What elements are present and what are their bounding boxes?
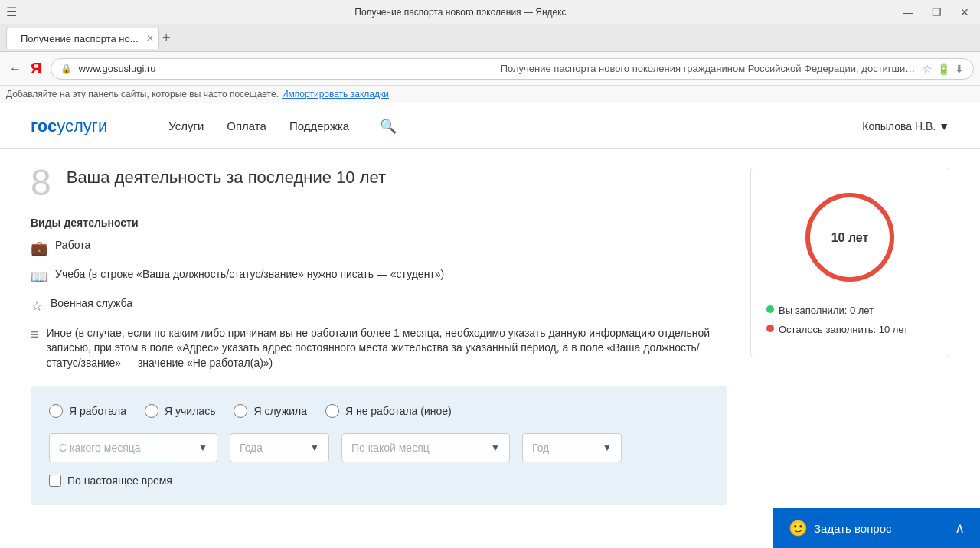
url-full-text: Получение паспорта нового поколения граж… xyxy=(501,63,916,74)
radio-not-worked-label: Я не работала (иное) xyxy=(345,405,452,417)
new-tab-button[interactable]: + xyxy=(162,30,171,46)
browser-titlebar: ☰ Получение паспорта нового поколения — … xyxy=(0,0,980,24)
remaining-dot xyxy=(766,325,774,332)
date-selects: С какого месяца ▼ Года ▼ По какой месяц … xyxy=(49,433,709,462)
radio-served-label: Я служила xyxy=(253,405,306,417)
present-checkbox-label[interactable]: По настоящее время xyxy=(67,475,172,487)
from-year-arrow: ▼ xyxy=(310,442,319,453)
ask-question-button[interactable]: 🙂 Задать вопрос ∧ xyxy=(773,508,980,524)
bookmarks-bar: Добавляйте на эту панель сайты, которые … xyxy=(0,86,980,103)
activity-item-study: 📖 Учеба (в строке «Ваша должность/статус… xyxy=(31,267,727,287)
progress-card: 10 лет Вы заполнили: 0 лет Осталось запо… xyxy=(750,168,949,357)
step-title: Ваша деятельность за последние 10 лет xyxy=(67,168,386,188)
close-button[interactable]: ✕ xyxy=(956,5,974,20)
circle-center-text: 10 лет xyxy=(831,231,869,244)
nav-services[interactable]: Услуги xyxy=(168,119,204,132)
user-menu[interactable]: Копылова Н.В. ▼ xyxy=(862,120,949,132)
radio-not-worked-input[interactable] xyxy=(325,404,339,418)
nav-payment[interactable]: Оплата xyxy=(227,119,266,132)
to-month-placeholder: По какой месяц xyxy=(351,442,485,454)
radio-worked-label: Я работала xyxy=(69,405,126,417)
activity-work-text: Работа xyxy=(55,238,90,253)
remaining-legend-item: Осталось заполнить: 10 лет xyxy=(766,322,933,338)
tab-close-button[interactable]: ✕ xyxy=(146,33,154,44)
activity-item-other: ≡ Иное (в случае, если по каким либо при… xyxy=(31,326,727,371)
to-year-arrow: ▼ xyxy=(603,442,612,453)
minimize-button[interactable]: — xyxy=(898,5,918,20)
activity-study-text: Учеба (в строке «Ваша должность/статус/з… xyxy=(55,267,444,282)
window-controls: — ❒ ✕ xyxy=(898,5,974,20)
military-icon: ☆ xyxy=(31,297,43,316)
circle-container: 10 лет xyxy=(766,184,933,291)
radio-studied-input[interactable] xyxy=(145,404,158,418)
to-month-select[interactable]: По какой месяц ▼ xyxy=(341,433,510,462)
activity-types-section: Виды деятельности 💼 Работа 📖 Учеба (в ст… xyxy=(31,217,727,370)
active-tab[interactable]: Получение паспорта но... ✕ xyxy=(6,28,159,49)
to-year-placeholder: Год xyxy=(532,442,596,454)
tab-title: Получение паспорта но... xyxy=(21,33,139,44)
site-header: госуслуги Услуги Оплата Поддержка 🔍 Копы… xyxy=(0,103,980,149)
ask-question-label: Задать вопрос xyxy=(814,522,891,524)
from-year-select[interactable]: Года ▼ xyxy=(230,433,329,462)
radio-studied-label: Я училась xyxy=(165,405,215,417)
radio-worked-input[interactable] xyxy=(49,404,63,418)
user-menu-arrow: ▼ xyxy=(939,120,949,132)
radio-worked[interactable]: Я работала xyxy=(49,404,126,418)
url-bar[interactable]: 🔒 www.gosuslugi.ru Получение паспорта но… xyxy=(51,58,974,80)
gosuslugi-logo[interactable]: госуслуги xyxy=(31,116,107,136)
browser-menu-icon[interactable]: ☰ xyxy=(6,5,17,19)
progress-circle: 10 лет xyxy=(796,184,903,291)
activity-other-text: Иное (в случае, если по каким либо причи… xyxy=(47,326,727,371)
filled-label: Вы заполнили: 0 лет xyxy=(779,303,874,319)
smile-icon: 🙂 xyxy=(789,519,808,524)
radio-served-input[interactable] xyxy=(234,404,247,418)
import-bookmarks-link[interactable]: Импортировать закладки xyxy=(282,89,389,99)
search-button[interactable]: 🔍 xyxy=(380,118,397,135)
from-month-arrow: ▼ xyxy=(198,442,207,453)
site-nav: Услуги Оплата Поддержка xyxy=(168,119,349,132)
radio-group: Я работала Я училась Я служила Я не рабо… xyxy=(49,404,709,418)
tab-bar: Получение паспорта но... ✕ + xyxy=(0,24,980,52)
activity-section-title: Виды деятельности xyxy=(31,217,727,229)
radio-served[interactable]: Я служила xyxy=(234,404,306,418)
restore-button[interactable]: ❒ xyxy=(927,5,946,20)
battery-icon: 🔋 xyxy=(937,63,950,75)
from-month-select[interactable]: С какого месяца ▼ xyxy=(49,433,217,462)
address-bar: ← Я 🔒 www.gosuslugi.ru Получение паспорт… xyxy=(0,52,980,86)
filled-legend-item: Вы заполнили: 0 лет xyxy=(766,303,933,319)
progress-legend: Вы заполнили: 0 лет Осталось заполнить: … xyxy=(766,303,933,338)
from-year-placeholder: Года xyxy=(240,442,304,454)
url-action-icons: ☆ 🔋 ⬇ xyxy=(923,63,964,75)
radio-not-worked[interactable]: Я не работала (иное) xyxy=(325,404,452,418)
url-domain: www.gosuslugi.ru xyxy=(78,63,494,74)
ask-left: 🙂 Задать вопрос xyxy=(789,519,891,524)
activity-item-work: 💼 Работа xyxy=(31,238,727,258)
to-year-select[interactable]: Год ▼ xyxy=(522,433,622,462)
back-button[interactable]: ← xyxy=(6,59,24,79)
radio-studied[interactable]: Я училась xyxy=(145,404,215,418)
expand-icon: ∧ xyxy=(955,520,965,524)
progress-panel: 10 лет Вы заполнили: 0 лет Осталось запо… xyxy=(750,168,949,505)
other-icon: ≡ xyxy=(31,327,39,344)
remaining-label: Осталось заполнить: 10 лет xyxy=(779,322,908,338)
content-left: 8 Ваша деятельность за последние 10 лет … xyxy=(31,168,727,505)
nav-support[interactable]: Поддержка xyxy=(289,119,349,132)
form-section: Я работала Я училась Я служила Я не рабо… xyxy=(31,386,727,505)
yandex-logo: Я xyxy=(31,60,41,77)
user-name-text: Копылова Н.В. xyxy=(862,120,936,132)
filled-dot xyxy=(766,305,774,313)
to-month-arrow: ▼ xyxy=(491,442,500,453)
download-icon[interactable]: ⬇ xyxy=(955,63,964,75)
step-header: 8 Ваша деятельность за последние 10 лет xyxy=(31,168,727,201)
step-number: 8 xyxy=(31,165,51,201)
lock-icon: 🔒 xyxy=(60,64,72,74)
activity-military-text: Военная служба xyxy=(51,296,132,312)
bookmarks-text: Добавляйте на эту панель сайты, которые … xyxy=(6,89,279,99)
activity-item-military: ☆ Военная служба xyxy=(31,296,727,316)
present-checkbox[interactable] xyxy=(49,475,61,487)
from-month-placeholder: С какого месяца xyxy=(59,442,192,454)
main-content: 8 Ваша деятельность за последние 10 лет … xyxy=(0,149,980,524)
present-checkbox-row: По настоящее время xyxy=(49,475,709,487)
bookmark-icon[interactable]: ☆ xyxy=(923,63,933,75)
logo-uslugi: услуги xyxy=(57,116,107,135)
